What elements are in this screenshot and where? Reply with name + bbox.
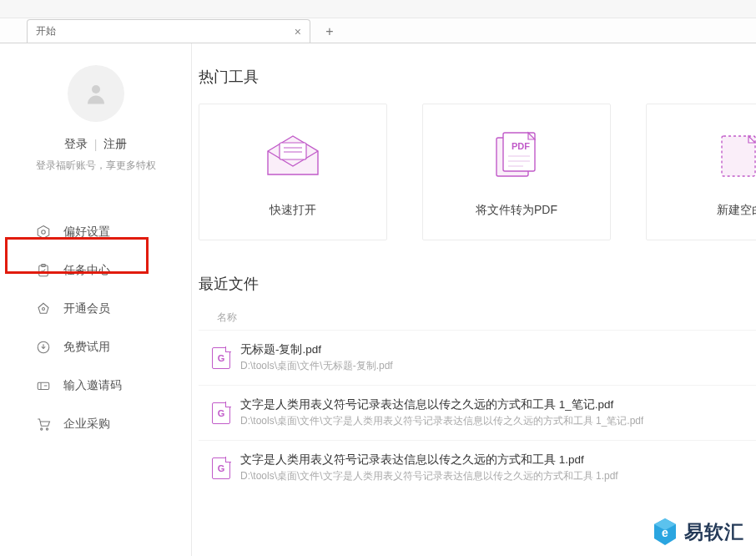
svg-rect-7 <box>38 382 49 389</box>
svg-text:e: e <box>662 526 668 539</box>
card-quick-open[interactable]: 快速打开 <box>199 104 387 240</box>
svg-marker-1 <box>38 226 49 239</box>
sidebar-item-trial[interactable]: 免费试用 <box>0 328 191 366</box>
svg-point-8 <box>41 428 43 430</box>
card-convert-pdf[interactable]: PDF 将文件转为PDF <box>422 104 611 240</box>
recent-column-header: 名称 <box>217 311 756 325</box>
pdf-file-icon: G <box>212 402 230 424</box>
svg-point-9 <box>46 428 48 430</box>
sidebar-item-invite[interactable]: 输入邀请码 <box>0 366 191 405</box>
clipboard-icon <box>35 263 52 278</box>
card-label: 快速打开 <box>270 203 316 218</box>
top-menu-bar <box>0 0 756 18</box>
svg-point-0 <box>92 85 100 94</box>
watermark-logo-icon: e <box>653 518 678 546</box>
file-row[interactable]: G 无标题-复制.pdf D:\tools\桌面\文件\无标题-复制.pdf <box>199 330 756 385</box>
tab-close-icon[interactable]: × <box>295 25 301 38</box>
pdf-icon: PDF <box>490 126 543 186</box>
pdf-file-icon: G <box>212 457 230 479</box>
sidebar-item-label: 输入邀请码 <box>63 378 122 393</box>
pdf-file-icon: G <box>212 347 230 369</box>
ticket-icon <box>35 378 52 393</box>
tab-add-button[interactable]: + <box>319 21 340 43</box>
avatar[interactable] <box>68 65 124 122</box>
file-name: 无标题-复制.pdf <box>240 342 393 357</box>
svg-point-5 <box>43 308 45 311</box>
file-row[interactable]: G 文字是人类用表义符号记录表达信息以传之久远的方式和工具 1.pdf D:\t… <box>199 440 756 495</box>
file-path: D:\tools\桌面\文件\无标题-复制.pdf <box>240 359 393 373</box>
sidebar-item-label: 任务中心 <box>63 263 110 278</box>
auth-subtitle: 登录福昕账号，享更多特权 <box>36 159 156 173</box>
sidebar-item-tasks[interactable]: 任务中心 <box>0 251 191 290</box>
hot-tools-title: 热门工具 <box>199 67 756 87</box>
tab-start[interactable]: 开始 × <box>27 19 310 43</box>
sidebar-item-enterprise[interactable]: 企业采购 <box>0 405 191 443</box>
sidebar: 登录 | 注册 登录福昕账号，享更多特权 偏好设置 任务中心 <box>0 43 192 556</box>
svg-rect-10 <box>280 143 306 159</box>
content-area: 热门工具 快速打开 <box>192 43 756 556</box>
tool-cards: 快速打开 PDF 将文件转为PDF <box>195 104 756 240</box>
tab-bar: 开始 × + <box>0 18 756 43</box>
card-new-blank[interactable]: 新建空白 <box>646 104 756 240</box>
register-link[interactable]: 注册 <box>103 137 127 152</box>
file-path: D:\tools\桌面\文件\文字是人类用表义符号记录表达信息以传之久远的方式和… <box>240 414 643 428</box>
recent-title: 最近文件 <box>199 274 756 294</box>
blank-doc-icon <box>717 126 756 186</box>
sidebar-item-label: 免费试用 <box>63 340 110 355</box>
file-name: 文字是人类用表义符号记录表达信息以传之久远的方式和工具 1_笔记.pdf <box>240 397 643 412</box>
watermark: e 易软汇 <box>653 518 744 546</box>
auth-row: 登录 | 注册 <box>64 137 128 152</box>
user-icon <box>83 81 108 106</box>
watermark-text: 易软汇 <box>684 519 744 545</box>
login-link[interactable]: 登录 <box>64 137 88 152</box>
settings-icon <box>35 225 52 240</box>
sidebar-item-label: 偏好设置 <box>63 225 110 240</box>
file-row[interactable]: G 文字是人类用表义符号记录表达信息以传之久远的方式和工具 1_笔记.pdf D… <box>199 385 756 440</box>
tab-label: 开始 <box>36 24 56 38</box>
sidebar-item-preferences[interactable]: 偏好设置 <box>0 213 191 251</box>
svg-point-2 <box>42 230 46 235</box>
nav-list: 偏好设置 任务中心 开通会员 免费试用 <box>0 213 191 443</box>
crown-icon <box>35 301 52 316</box>
sidebar-item-label: 企业采购 <box>63 417 110 432</box>
svg-text:PDF: PDF <box>512 141 530 151</box>
sidebar-item-membership[interactable]: 开通会员 <box>0 290 191 328</box>
sidebar-item-label: 开通会员 <box>63 301 110 316</box>
recent-files: 名称 G 无标题-复制.pdf D:\tools\桌面\文件\无标题-复制.pd… <box>195 311 756 495</box>
cart-icon <box>35 417 52 432</box>
download-icon <box>35 340 52 355</box>
envelope-icon <box>263 126 323 186</box>
file-path: D:\tools\桌面\文件\文字是人类用表义符号记录表达信息以传之久远的方式和… <box>240 469 618 483</box>
file-name: 文字是人类用表义符号记录表达信息以传之久远的方式和工具 1.pdf <box>240 452 618 468</box>
card-label: 新建空白 <box>717 203 756 218</box>
card-label: 将文件转为PDF <box>476 203 557 218</box>
